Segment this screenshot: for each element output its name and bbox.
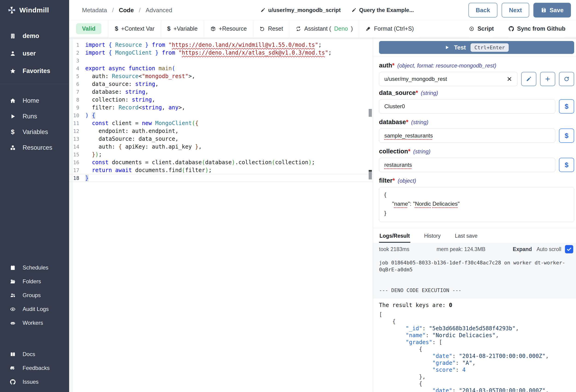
- save-button[interactable]: Save: [533, 3, 571, 18]
- code-line[interactable]: 4export async function main(: [69, 64, 373, 72]
- edit-resource-button[interactable]: [521, 72, 536, 86]
- sidebar-item-audit-logs[interactable]: Audit Logs: [0, 302, 69, 316]
- autoscroll-checkbox[interactable]: [565, 245, 573, 253]
- tab-last-save[interactable]: Last save: [454, 232, 478, 243]
- refresh-resource-button[interactable]: [559, 72, 574, 86]
- folder-icon: [9, 279, 16, 284]
- result-intro: The result keys are:: [379, 302, 449, 308]
- add-resource-button[interactable]: [540, 72, 555, 86]
- play-icon: [444, 45, 450, 50]
- line-number: 18: [69, 175, 85, 181]
- script-path-chip[interactable]: u/user/my_mongodb_script: [260, 7, 341, 13]
- sidebar-item-home[interactable]: Home: [0, 93, 69, 109]
- insert-variable-button[interactable]: $: [559, 129, 574, 143]
- toolbar-button-label: +Variable: [173, 25, 198, 32]
- sidebar-item-demo[interactable]: demo: [0, 27, 69, 45]
- code-line[interactable]: 5 auth: Resource<"mongodb_rest">,: [69, 72, 373, 80]
- data_source-input[interactable]: Cluster0: [379, 99, 555, 113]
- toolbar-button-label: Format (Ctrl+S): [374, 25, 414, 32]
- script-summary-chip[interactable]: Query the Example...: [351, 7, 414, 13]
- sidebar-item-feedbacks[interactable]: Feedbacks: [0, 361, 69, 375]
- code-line[interactable]: 12 endpoint: auth.endpoint,: [69, 127, 373, 135]
- toolbar-button-accent: Deno: [334, 25, 348, 32]
- toolbar-button-sync-github[interactable]: Sync from Github: [509, 21, 565, 37]
- code-line[interactable]: 13 dataSource: data_source,: [69, 135, 373, 143]
- expand-button[interactable]: Expand: [513, 246, 532, 252]
- toolbar-button-resource[interactable]: +Resource: [204, 21, 253, 37]
- line-number: 7: [69, 89, 85, 95]
- code-line[interactable]: 9 filter: Record<string, any>,: [69, 104, 373, 112]
- line-number: 6: [69, 81, 85, 87]
- tab-history[interactable]: History: [424, 232, 441, 243]
- database-input[interactable]: sample_restaurants: [379, 129, 555, 143]
- sidebar-item-folders[interactable]: Folders: [0, 275, 69, 288]
- toolbar-button-format[interactable]: Format (Ctrl+S): [359, 21, 420, 37]
- app-title: Windmill: [19, 6, 49, 14]
- script-path: u/user/my_mongodb_script: [268, 7, 341, 13]
- sidebar-item-resources[interactable]: Resources: [0, 140, 69, 155]
- code-line-text: dataSource: data_source,: [85, 135, 178, 143]
- breadcrumb-tab-advanced[interactable]: Advanced: [146, 7, 172, 14]
- code-line-text: auth: { apiKey: auth.api_key },: [85, 143, 202, 151]
- code-line[interactable]: 15 });: [69, 151, 373, 158]
- windmill-logo[interactable]: Windmill: [0, 0, 69, 20]
- code-line[interactable]: 18}: [69, 174, 373, 182]
- github-icon: [9, 379, 16, 385]
- code-line[interactable]: 7 database: string,: [69, 88, 373, 96]
- sidebar-item-favorites[interactable]: Favorites: [0, 62, 69, 80]
- breadcrumb-tab-code[interactable]: Code: [119, 7, 134, 14]
- code-line[interactable]: 16 const documents = client.database(dat…: [69, 158, 373, 166]
- toolbar-button-context-var[interactable]: $+Context Var: [108, 21, 161, 37]
- field-database: database*(string)sample_restaurants$: [379, 119, 574, 143]
- sidebar-item-user[interactable]: user: [0, 45, 69, 62]
- field-type-hint: (string): [413, 148, 431, 155]
- sidebar-item-issues[interactable]: Issues: [0, 375, 69, 389]
- code-line[interactable]: 3: [69, 57, 373, 64]
- line-number: 12: [69, 128, 85, 134]
- code-line[interactable]: 10) {: [69, 112, 373, 119]
- collection-input[interactable]: restaurants: [379, 158, 555, 172]
- code-line[interactable]: 6 data_source: string,: [69, 80, 373, 88]
- toolbar-button-assistant[interactable]: Assistant (Deno): [289, 21, 359, 37]
- sidebar-admin-group: SchedulesFoldersGroupsAudit LogsWorkers: [0, 261, 69, 330]
- toolbar-button-script[interactable]: Script: [469, 21, 494, 37]
- sidebar-workspace-group: demouserFavorites: [0, 27, 69, 80]
- field-type-hint: (string): [421, 90, 438, 96]
- clear-icon[interactable]: [507, 76, 512, 82]
- test-button[interactable]: Test Ctrl+Enter: [379, 41, 574, 54]
- next-button[interactable]: Next: [502, 3, 529, 18]
- toolbar-button-reset[interactable]: Reset: [253, 21, 289, 37]
- back-button[interactable]: Back: [468, 3, 497, 18]
- sidebar-item-groups[interactable]: Groups: [0, 288, 69, 302]
- required-asterisk: *: [416, 89, 418, 96]
- code-editor[interactable]: 1import { Resource } from "https://deno.…: [69, 39, 373, 392]
- sidebar-item-label: Issues: [23, 379, 38, 385]
- code-line-text: import { Resource } from "https://deno.l…: [85, 41, 322, 49]
- filter-json-input[interactable]: { "name": "Nordic Delicacies" }: [379, 187, 574, 222]
- tab-logs-result[interactable]: Logs/Result: [379, 232, 410, 243]
- cubes-icon: [9, 145, 16, 151]
- field-value: sample_restaurants: [384, 132, 433, 139]
- code-line[interactable]: 14 auth: { apiKey: auth.api_key },: [69, 143, 373, 151]
- insert-variable-button[interactable]: $: [559, 99, 574, 113]
- job-log-line: 0qBrE-a0dm5: [379, 266, 573, 273]
- code-line[interactable]: 17 return await documents.find(filter);: [69, 166, 373, 174]
- sidebar-item-label: Resources: [23, 144, 52, 151]
- code-line[interactable]: 8 collection: string,: [69, 96, 373, 104]
- code-line[interactable]: 1import { Resource } from "https://deno.…: [69, 41, 373, 49]
- sidebar-item-schedules[interactable]: Schedules: [0, 261, 69, 275]
- sidebar-item-runs[interactable]: Runs: [0, 109, 69, 124]
- editor-scrollbar[interactable]: [369, 171, 372, 179]
- sidebar-item-docs[interactable]: Docs: [0, 347, 69, 361]
- code-line[interactable]: 2import { MongoClient } from "https://de…: [69, 49, 373, 57]
- home-icon: [9, 98, 16, 104]
- field-label: collection: [379, 148, 408, 155]
- insert-variable-button[interactable]: $: [559, 158, 574, 172]
- sidebar-item-workers[interactable]: Workers: [0, 316, 69, 330]
- code-line[interactable]: 11 const client = new MongoClient({: [69, 119, 373, 127]
- auth-resource-input[interactable]: u/user/my_mongodb_rest: [379, 72, 518, 86]
- breadcrumb-tab-metadata[interactable]: Metadata: [82, 7, 107, 14]
- toolbar-button-variable[interactable]: $+Variable: [161, 21, 204, 37]
- line-number: 4: [69, 66, 85, 71]
- sidebar-item-variables[interactable]: $Variables: [0, 124, 69, 140]
